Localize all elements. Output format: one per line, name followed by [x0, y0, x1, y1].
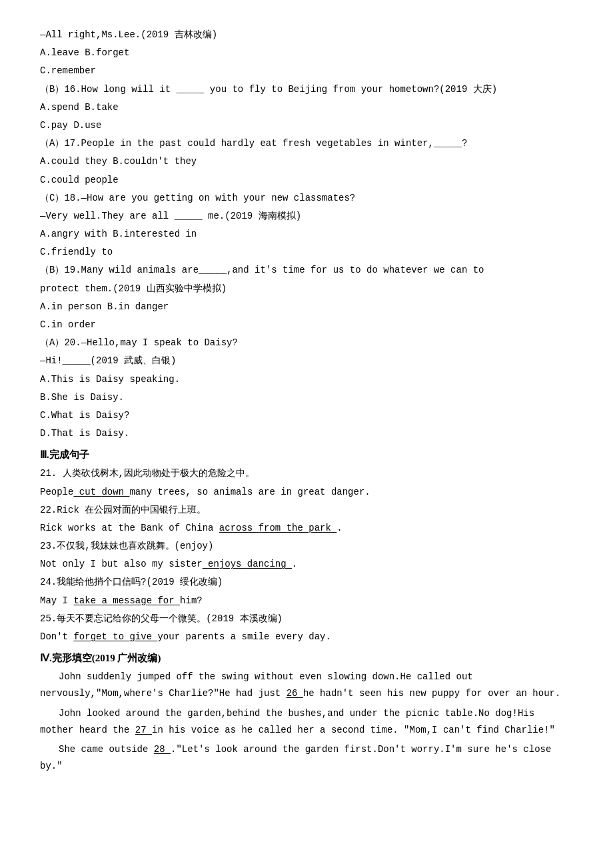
line-q16-cd: C.pay D.use [40, 117, 573, 134]
line-q20-d: D.That is Daisy. [40, 425, 573, 442]
line-q19: （B）19.Many wild animals are_____,and it'… [40, 262, 573, 279]
line-q20-response: —Hi!_____(2019 武威、白银) [40, 353, 573, 369]
line-q20-a: A.This is Daisy speaking. [40, 371, 573, 388]
blank-dancing: dancing [247, 559, 292, 569]
blank-take: take [73, 595, 101, 606]
blank-to: to [113, 631, 129, 642]
line-q24-chinese: 24.我能给他捎个口信吗?(2019 绥化改编) [40, 574, 573, 591]
paragraph-28: She came outside 28 ."Let's look around … [40, 741, 573, 775]
blank-across: across [219, 523, 259, 533]
line-q21-english: People cut down many trees, so animals a… [40, 484, 573, 501]
blank-down: down [101, 487, 129, 497]
line-q17-c: C.could people [40, 172, 573, 189]
section-iii-title: Ⅲ.完成句子 [40, 446, 573, 464]
blank-give: give [129, 631, 157, 642]
blank-park: park [308, 523, 336, 533]
main-content: —All right,Ms.Lee.(2019 吉林改编) A.leave B.… [40, 27, 573, 775]
blank-26: 26 [287, 688, 303, 699]
line-all-right: —All right,Ms.Lee.(2019 吉林改编) [40, 27, 573, 43]
line-q15-a: A.leave B.forget [40, 45, 573, 61]
line-q17: （A）17.People in the past could hardly ea… [40, 135, 573, 152]
line-q16-ab: A.spend B.take [40, 99, 573, 116]
paragraph-27: John looked around the garden,behind the… [40, 705, 573, 739]
line-q15-c: C.remember [40, 63, 573, 79]
blank-for: for [157, 595, 180, 606]
line-q24-english: May I take a message for him? [40, 593, 573, 609]
line-q25-chinese: 25.每天不要忘记给你的父母一个微笑。(2019 本溪改编) [40, 611, 573, 627]
line-q23-english: Not only I but also my sister enjoys dan… [40, 556, 573, 573]
line-q16: （B）16.How long will it _____ you to fly … [40, 81, 573, 98]
line-q18-response: —Very well.They are all _____ me.(2019 海… [40, 208, 573, 225]
line-q19-c: C.in order [40, 317, 573, 333]
line-q19-ab: A.in person B.in danger [40, 299, 573, 315]
line-q18-c: C.friendly to [40, 244, 573, 261]
paragraph-26: John suddenly jumped off the swing witho… [40, 669, 573, 702]
blank-28: 28 [154, 744, 171, 755]
section-iv-title: Ⅳ.完形填空(2019 广州改编) [40, 649, 573, 667]
blank-from: from [259, 523, 287, 533]
blank-the: the [287, 523, 309, 533]
line-q20-c: C.What is Daisy? [40, 407, 573, 424]
line-q22-chinese: 22.Rick 在公园对面的中国银行上班。 [40, 502, 573, 519]
line-q17-ab: A.could they B.couldn't they [40, 153, 573, 170]
line-q23-chinese: 23.不仅我,我妹妹也喜欢跳舞。(enjoy) [40, 538, 573, 555]
line-q18-ab: A.angry with B.interested in [40, 226, 573, 243]
line-q20: （A）20.—Hello,may I speak to Daisy? [40, 335, 573, 351]
blank-message: message [113, 595, 157, 606]
line-q22-english: Rick works at the Bank of China across f… [40, 520, 573, 537]
blank-cut: cut [73, 487, 101, 497]
line-q21-chinese: 21. 人类砍伐树木,因此动物处于极大的危险之中。 [40, 465, 573, 482]
line-q18: （C）18.—How are you getting on with your … [40, 190, 573, 207]
line-q25-english: Don't forget to give your parents a smil… [40, 629, 573, 645]
blank-27: 27 [135, 725, 152, 735]
blank-enjoys: enjoys [203, 559, 247, 569]
line-q20-b: B.She is Daisy. [40, 389, 573, 406]
blank-a: a [101, 595, 113, 606]
blank-forget: forget [73, 631, 113, 642]
line-q19-cont: protect them.(2019 山西实验中学模拟) [40, 281, 573, 297]
